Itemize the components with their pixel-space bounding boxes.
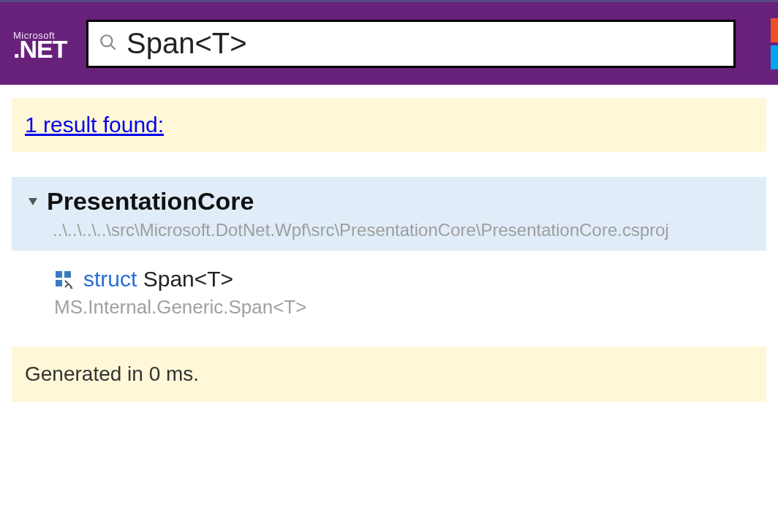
search-input[interactable] bbox=[126, 27, 723, 60]
header-bar: Microsoft .NET bbox=[0, 0, 778, 85]
result-summary-box: 1 result found: bbox=[12, 98, 766, 152]
project-group[interactable]: PresentationCore ..\..\..\..\src\Microso… bbox=[12, 177, 766, 251]
result-namespace: MS.Internal.Generic.Span<T> bbox=[54, 296, 766, 319]
result-count-link[interactable]: 1 result found: bbox=[25, 113, 164, 137]
result-name: Span<T> bbox=[143, 267, 233, 291]
dotnet-logo: Microsoft .NET bbox=[13, 20, 72, 68]
collapse-triangle-icon[interactable] bbox=[29, 198, 37, 205]
project-header[interactable]: PresentationCore bbox=[29, 187, 753, 216]
search-icon bbox=[99, 33, 118, 55]
svg-point-0 bbox=[101, 35, 112, 46]
microsoft-logo-icon bbox=[771, 18, 778, 69]
result-item[interactable]: struct Span<T> MS.Internal.Generic.Span<… bbox=[12, 251, 766, 319]
search-box[interactable] bbox=[86, 20, 736, 68]
content-area: 1 result found: PresentationCore ..\..\.… bbox=[0, 85, 778, 402]
logo-text-top: Microsoft bbox=[13, 30, 55, 41]
project-path: ..\..\..\..\src\Microsoft.DotNet.Wpf\src… bbox=[29, 220, 753, 240]
svg-rect-3 bbox=[64, 271, 71, 278]
struct-icon bbox=[54, 269, 75, 289]
svg-line-1 bbox=[110, 45, 116, 50]
svg-rect-2 bbox=[56, 271, 62, 278]
svg-rect-4 bbox=[56, 280, 62, 286]
result-keyword: struct bbox=[83, 267, 137, 291]
generation-time-text: Generated in 0 ms. bbox=[25, 362, 199, 385]
generation-time-box: Generated in 0 ms. bbox=[12, 346, 766, 402]
project-name: PresentationCore bbox=[47, 187, 254, 216]
